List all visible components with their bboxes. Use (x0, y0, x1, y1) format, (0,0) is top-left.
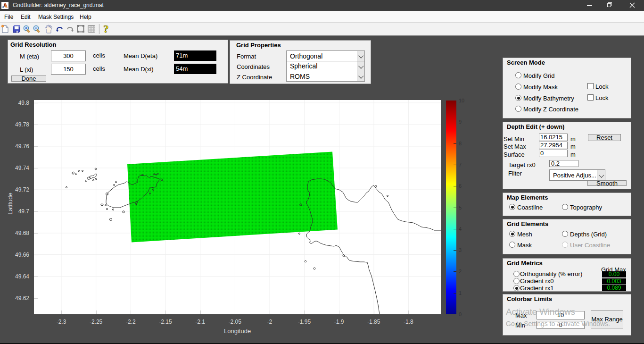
svg-text:?: ? (103, 23, 109, 35)
